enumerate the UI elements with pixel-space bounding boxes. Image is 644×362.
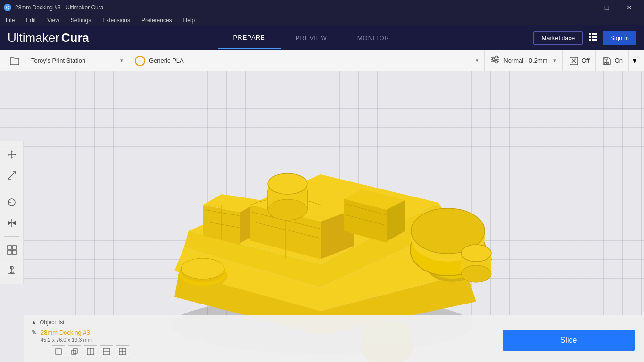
tab-prepare[interactable]: PREPARE — [218, 27, 281, 49]
close-button[interactable]: ✕ — [619, 0, 640, 15]
menu-view[interactable]: View — [45, 16, 61, 25]
svg-rect-0 — [589, 33, 591, 35]
menu-file[interactable]: File — [4, 16, 17, 25]
edit-icon[interactable]: ✎ — [31, 329, 37, 336]
slice-button[interactable]: Slice — [503, 330, 635, 351]
menu-preferences[interactable]: Preferences — [140, 16, 174, 25]
material-badge: 1 — [135, 56, 145, 66]
bottom-bar: ▲ Object list ✎ 28mm Docking #3 45.2 x 7… — [24, 315, 644, 362]
transform-btn-3[interactable] — [84, 345, 97, 358]
save-label: On — [615, 57, 623, 64]
support-section[interactable]: Off — [562, 50, 595, 72]
profile-name: Normal - 0.2mm — [504, 57, 547, 64]
menu-help[interactable]: Help — [182, 16, 197, 25]
printer-selector[interactable]: Teroy's Print Station — [25, 50, 129, 72]
svg-rect-8 — [594, 39, 597, 41]
printer-name: Teroy's Print Station — [31, 57, 115, 64]
svg-point-38 — [181, 258, 224, 279]
signin-button[interactable]: Sign in — [603, 31, 636, 45]
transform-btn-4[interactable] — [100, 345, 113, 358]
material-name: Generic PLA — [149, 57, 470, 64]
main-header: Ultimaker Cura PREPARE PREVIEW MONITOR M… — [0, 25, 644, 50]
menu-bar: File Edit View Settings Extensions Prefe… — [0, 15, 644, 25]
svg-rect-4 — [592, 36, 594, 38]
svg-point-12 — [495, 56, 498, 58]
logo-cura: Cura — [61, 31, 89, 45]
nav-tabs: PREPARE PREVIEW MONITOR — [218, 27, 405, 49]
material-selector[interactable]: 1 Generic PLA — [129, 50, 485, 72]
object-name: 28mm Docking #3 — [41, 329, 90, 336]
minimize-button[interactable]: ─ — [573, 0, 595, 15]
svg-rect-2 — [594, 33, 597, 35]
tab-monitor[interactable]: MONITOR — [342, 27, 405, 49]
save-dropdown-arrow[interactable]: ▾ — [628, 50, 640, 72]
maximize-button[interactable]: □ — [596, 0, 618, 15]
toolbar: Teroy's Print Station 1 Generic PLA Norm… — [0, 50, 644, 72]
app-icon: C — [4, 4, 11, 11]
svg-point-71 — [268, 173, 307, 194]
transform-btn-2[interactable] — [68, 345, 81, 358]
object-list-header[interactable]: ▲ Object list — [31, 319, 636, 326]
support-label: Off — [582, 57, 590, 64]
svg-point-76 — [461, 265, 491, 282]
svg-point-13 — [493, 58, 495, 61]
window-title: 28mm Docking #3 - Ultimaker Cura — [15, 4, 103, 11]
slice-panel: Slice — [503, 330, 635, 351]
svg-rect-3 — [589, 36, 591, 38]
support-icon — [569, 56, 579, 66]
svg-rect-78 — [56, 349, 61, 354]
object-list-label: Object list — [40, 319, 65, 326]
bottom-transform-tools — [52, 345, 129, 358]
viewport[interactable]: ▲ Object list ✎ 28mm Docking #3 45.2 x 7… — [0, 71, 644, 362]
grid-icon-button[interactable] — [586, 31, 599, 45]
svg-point-77 — [461, 245, 491, 262]
svg-point-14 — [495, 61, 498, 63]
title-bar: C 28mm Docking #3 - Ultimaker Cura ─ □ ✕ — [0, 0, 644, 15]
svg-point-70 — [268, 199, 307, 220]
menu-settings[interactable]: Settings — [69, 16, 93, 25]
transform-btn-1[interactable] — [52, 345, 65, 358]
marketplace-button[interactable]: Marketplace — [533, 31, 583, 45]
folder-button[interactable] — [4, 50, 25, 72]
save-icon — [602, 56, 612, 66]
menu-edit[interactable]: Edit — [24, 16, 38, 25]
logo-ultimaker: Ultimaker — [8, 31, 59, 45]
svg-rect-79 — [72, 350, 76, 354]
profile-icon — [490, 55, 500, 66]
svg-rect-5 — [594, 36, 597, 38]
header-right: Marketplace Sign in — [533, 31, 636, 45]
save-section[interactable]: On — [595, 50, 628, 72]
tab-preview[interactable]: PREVIEW — [281, 27, 342, 49]
profile-selector[interactable]: Normal - 0.2mm — [485, 50, 562, 72]
menu-extensions[interactable]: Extensions — [100, 16, 132, 25]
toolbar-right: Off On ▾ — [562, 50, 640, 72]
svg-rect-6 — [589, 39, 591, 41]
svg-rect-1 — [592, 33, 594, 35]
svg-rect-7 — [592, 39, 594, 41]
svg-rect-80 — [73, 349, 77, 353]
logo: Ultimaker Cura — [8, 31, 89, 45]
collapse-icon: ▲ — [31, 319, 37, 326]
transform-btn-5[interactable] — [116, 345, 129, 358]
